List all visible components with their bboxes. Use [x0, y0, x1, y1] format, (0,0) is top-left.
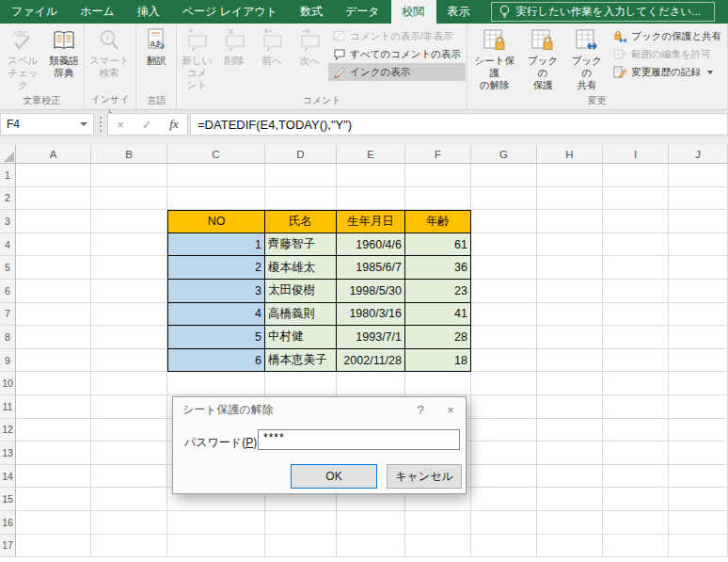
cell-G1[interactable] [471, 164, 537, 187]
cell-C2[interactable] [167, 187, 265, 211]
cell-J9[interactable] [669, 349, 728, 373]
cell-B3[interactable] [91, 210, 167, 233]
cell-B6[interactable] [91, 280, 167, 303]
cell-I16[interactable] [603, 511, 669, 535]
column-header-J[interactable]: J [669, 145, 728, 163]
cell-H6[interactable] [537, 280, 603, 303]
cell-B16[interactable] [91, 511, 167, 535]
cell-I14[interactable] [603, 465, 669, 489]
cell-A1[interactable] [16, 164, 91, 187]
cell-C10[interactable] [167, 372, 265, 395]
cell-H12[interactable] [537, 419, 603, 442]
cell-E7[interactable]: 1980/3/16 [337, 303, 405, 327]
cell-I15[interactable] [603, 488, 669, 511]
cell-D7[interactable]: 高橋義則 [265, 303, 337, 327]
cell-C7[interactable]: 4 [167, 303, 265, 327]
cell-A6[interactable] [16, 280, 91, 303]
dialog-close-icon[interactable]: × [435, 397, 466, 422]
cell-A7[interactable] [16, 303, 91, 327]
cell-C4[interactable]: 1 [167, 233, 265, 257]
row-header-8[interactable]: 8 [0, 326, 16, 349]
tab-review[interactable]: 校閲 [391, 0, 436, 24]
row-header-9[interactable]: 9 [0, 349, 16, 373]
cell-I5[interactable] [603, 256, 669, 280]
cell-A11[interactable] [16, 395, 91, 419]
cell-D16[interactable] [265, 511, 337, 535]
cell-B4[interactable] [91, 233, 167, 257]
cell-F6[interactable]: 23 [405, 280, 471, 303]
cell-H8[interactable] [537, 326, 603, 349]
cell-D4[interactable]: 齊藤智子 [265, 233, 337, 257]
cell-J17[interactable] [669, 535, 728, 558]
formula-input[interactable]: =DATEDIF(E4,TODAY(),"Y") [190, 113, 728, 136]
cell-G6[interactable] [471, 280, 537, 303]
cell-J13[interactable] [669, 442, 728, 465]
cell-E8[interactable]: 1993/7/1 [337, 326, 405, 349]
cell-E9[interactable]: 2002/11/28 [337, 349, 405, 373]
row-header-10[interactable]: 10 [0, 372, 16, 395]
cell-J12[interactable] [669, 419, 728, 442]
cell-A12[interactable] [16, 419, 91, 442]
cell-E10[interactable] [337, 372, 405, 395]
cell-E1[interactable] [337, 164, 405, 187]
cell-G10[interactable] [471, 372, 537, 395]
cell-J6[interactable] [669, 280, 728, 303]
show-ink-button[interactable]: インクの表示 [328, 63, 466, 81]
cell-J5[interactable] [669, 256, 728, 280]
cancel-button[interactable]: キャンセル [387, 464, 462, 489]
insert-function-icon[interactable]: fx [169, 117, 178, 132]
cell-H1[interactable] [537, 164, 603, 187]
ok-button[interactable]: OK [291, 464, 377, 489]
cell-D17[interactable] [265, 535, 337, 558]
track-changes-button[interactable]: 変更履歴の記録 [609, 63, 726, 81]
cell-A17[interactable] [16, 535, 91, 558]
cell-C1[interactable] [167, 164, 265, 187]
share-workbook-button[interactable]: ブックの 共有 [565, 24, 609, 92]
cell-E6[interactable]: 1998/5/30 [337, 280, 405, 303]
thesaurus-button[interactable]: 類義語 辞典 [45, 24, 83, 92]
cell-J8[interactable] [669, 326, 728, 349]
cell-J14[interactable] [669, 465, 728, 489]
cell-A2[interactable] [16, 187, 91, 211]
tab-view[interactable]: 表示 [436, 0, 482, 24]
cell-B15[interactable] [91, 488, 167, 511]
cell-G3[interactable] [471, 210, 537, 233]
cell-B11[interactable] [91, 395, 167, 419]
row-header-2[interactable]: 2 [0, 187, 16, 211]
cell-G17[interactable] [471, 535, 537, 558]
cell-A4[interactable] [16, 233, 91, 257]
cell-D3[interactable]: 氏名 [265, 210, 337, 233]
cell-D10[interactable] [265, 372, 337, 395]
cell-J11[interactable] [669, 395, 728, 419]
cell-I4[interactable] [603, 233, 669, 257]
cell-H17[interactable] [537, 535, 603, 558]
cell-H16[interactable] [537, 511, 603, 535]
column-header-H[interactable]: H [537, 145, 603, 163]
cell-F2[interactable] [405, 187, 471, 211]
protect-and-share-button[interactable]: ブックの保護と共有 [609, 27, 726, 45]
cell-F3[interactable]: 年齢 [405, 210, 471, 233]
row-header-11[interactable]: 11 [0, 395, 16, 419]
cell-C9[interactable]: 6 [167, 349, 265, 373]
cell-I8[interactable] [603, 326, 669, 349]
cell-G5[interactable] [471, 256, 537, 280]
cell-G11[interactable] [471, 395, 537, 419]
cell-G12[interactable] [471, 419, 537, 442]
cell-A15[interactable] [16, 488, 91, 511]
cell-J4[interactable] [669, 233, 728, 257]
cell-H9[interactable] [537, 349, 603, 373]
row-header-5[interactable]: 5 [0, 256, 16, 280]
cell-C8[interactable]: 5 [167, 326, 265, 349]
row-header-3[interactable]: 3 [0, 210, 16, 233]
cell-J3[interactable] [669, 210, 728, 233]
protect-workbook-button[interactable]: ブックの 保護 [521, 24, 565, 92]
row-header-1[interactable]: 1 [0, 164, 16, 187]
cell-E5[interactable]: 1985/6/7 [337, 256, 405, 280]
tab-home[interactable]: ホーム [69, 0, 126, 24]
cell-G15[interactable] [471, 488, 537, 511]
cell-A8[interactable] [16, 326, 91, 349]
name-box-dropdown-icon[interactable] [80, 122, 87, 126]
cell-D6[interactable]: 太田俊樹 [265, 280, 337, 303]
cell-J1[interactable] [669, 164, 728, 187]
cell-G4[interactable] [471, 233, 537, 257]
